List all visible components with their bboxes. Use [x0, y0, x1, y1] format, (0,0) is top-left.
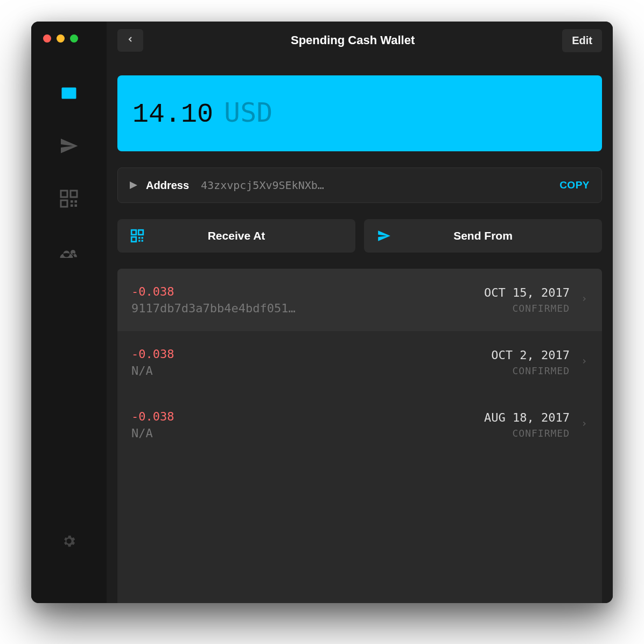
svg-rect-4 [75, 200, 78, 203]
transaction-list: -0.038 9117db7d3a7bb4e4bdf051… OCT 15, 2… [117, 269, 602, 603]
transaction-row[interactable]: -0.038 N/A OCT 2, 2017 CONFIRMED [117, 331, 602, 394]
transaction-amount: -0.038 [131, 410, 484, 423]
sidebar-item-contacts[interactable] [55, 239, 82, 266]
svg-rect-1 [71, 191, 77, 197]
window-controls [43, 34, 78, 43]
receive-at-label: Receive At [129, 229, 344, 242]
transaction-hash: N/A [131, 426, 336, 440]
sidebar [31, 22, 107, 603]
transaction-row[interactable]: -0.038 9117db7d3a7bb4e4bdf051… OCT 15, 2… [117, 269, 602, 331]
sidebar-item-wallet[interactable] [55, 81, 82, 108]
transaction-date: AUG 18, 2017 [484, 411, 570, 424]
gear-icon [61, 534, 76, 551]
chevron-right-icon [580, 419, 588, 431]
window-zoom-button[interactable] [70, 34, 78, 43]
svg-rect-0 [61, 191, 67, 197]
transaction-row[interactable]: -0.038 N/A AUG 18, 2017 CONFIRMED [117, 394, 602, 456]
address-row[interactable]: Address 43zxvpcj5Xv9SEkNXb… COPY [117, 167, 602, 203]
disclosure-triangle-icon [130, 181, 137, 189]
window-minimize-button[interactable] [57, 34, 65, 43]
send-from-button[interactable]: Send From [364, 219, 602, 253]
transaction-hash: N/A [131, 364, 336, 377]
svg-rect-3 [71, 200, 73, 203]
wallet-icon [59, 83, 79, 105]
send-icon [59, 136, 79, 158]
copy-button[interactable]: COPY [559, 179, 590, 191]
send-from-label: Send From [376, 229, 590, 242]
svg-rect-5 [71, 205, 73, 207]
transaction-hash: 9117db7d3a7bb4e4bdf051… [131, 302, 336, 315]
svg-rect-6 [75, 205, 78, 207]
transaction-status: CONFIRMED [484, 303, 570, 314]
balance-card: 14.10 USD [117, 75, 602, 151]
sidebar-item-settings[interactable] [55, 529, 82, 556]
receive-at-button[interactable]: Receive At [117, 219, 355, 253]
page-title: Spending Cash Wallet [143, 33, 562, 47]
action-buttons: Receive At Send From [117, 219, 602, 253]
app-window: Spending Cash Wallet Edit 14.10 USD Addr… [31, 22, 613, 603]
chevron-right-icon [580, 294, 588, 306]
transaction-date: OCT 2, 2017 [491, 348, 570, 362]
transaction-status: CONFIRMED [491, 365, 570, 376]
main-content: Spending Cash Wallet Edit 14.10 USD Addr… [107, 22, 613, 603]
transaction-amount: -0.038 [131, 347, 491, 361]
transaction-status: CONFIRMED [484, 428, 570, 439]
window-close-button[interactable] [43, 34, 51, 43]
sidebar-item-receive[interactable] [55, 186, 82, 213]
qr-icon [59, 189, 79, 211]
edit-button[interactable]: Edit [562, 29, 602, 52]
balance-currency: USD [224, 97, 272, 128]
transaction-amount: -0.038 [131, 285, 484, 298]
balance-amount: 14.10 [132, 99, 213, 130]
contacts-icon [59, 242, 79, 263]
topbar: Spending Cash Wallet Edit [117, 22, 602, 59]
address-label: Address [146, 179, 189, 192]
back-button[interactable] [117, 29, 143, 52]
svg-marker-7 [130, 181, 137, 189]
chevron-right-icon [580, 356, 588, 368]
address-value: 43zxvpcj5Xv9SEkNXb… [201, 179, 550, 192]
transaction-date: OCT 15, 2017 [484, 286, 570, 299]
sidebar-item-send[interactable] [55, 134, 82, 160]
chevron-left-icon [126, 35, 135, 46]
svg-rect-2 [61, 200, 67, 207]
